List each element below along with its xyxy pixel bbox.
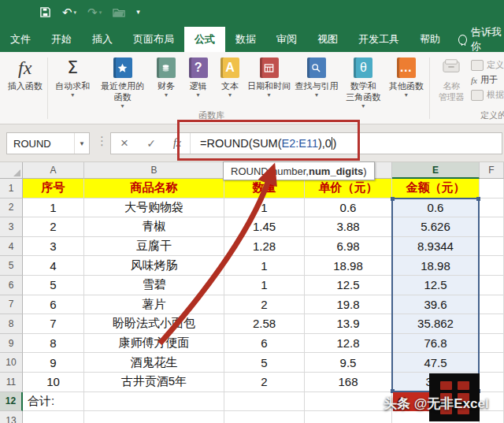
cell[interactable] — [480, 217, 504, 237]
redo-icon[interactable]: ↷▾ — [87, 6, 102, 18]
cell[interactable]: 13.9 — [305, 314, 392, 334]
cell[interactable] — [305, 411, 392, 423]
chevron-down-icon[interactable]: ▼ — [74, 133, 89, 154]
cell[interactable]: 47.5 — [392, 353, 480, 373]
recently-used-button[interactable]: 最近使用的 函数 ▾ — [94, 56, 150, 109]
cell[interactable] — [84, 392, 224, 412]
cell[interactable]: 青椒 — [84, 217, 224, 237]
cell[interactable]: 5 — [224, 353, 305, 373]
row-header-7[interactable]: 7 — [0, 295, 23, 315]
cell[interactable]: 18.98 — [392, 256, 480, 276]
cell[interactable]: 5 — [23, 276, 84, 295]
tab-help[interactable]: 帮助 — [410, 27, 450, 52]
define-name-item[interactable]: 定义 — [471, 59, 504, 71]
save-icon[interactable] — [39, 6, 51, 18]
cell[interactable]: 10 — [23, 373, 84, 392]
cell[interactable]: 2 — [224, 295, 305, 315]
row-header-4[interactable]: 4 — [0, 237, 23, 257]
cell[interactable] — [23, 411, 84, 423]
cell[interactable]: 8.9344 — [392, 237, 480, 257]
cell[interactable]: 1 — [224, 276, 305, 295]
cell[interactable]: 康师傅方便面 — [84, 334, 224, 354]
row-header-5[interactable]: 5 — [0, 256, 23, 276]
more-functions-button[interactable]: … 其他函数 ▾ — [386, 56, 426, 98]
cell[interactable]: 雪碧 — [84, 276, 224, 295]
tab-review[interactable]: 审阅 — [266, 27, 307, 52]
cell[interactable] — [480, 199, 504, 218]
cell[interactable]: 大号购物袋 — [84, 199, 224, 218]
row-header-9[interactable]: 9 — [0, 334, 23, 354]
cell[interactable] — [480, 411, 504, 423]
cell[interactable]: 9.5 — [305, 353, 392, 373]
cell[interactable] — [480, 314, 504, 334]
cell[interactable] — [224, 411, 305, 423]
cell[interactable] — [305, 392, 392, 412]
cell[interactable] — [480, 353, 504, 373]
row-header-3[interactable]: 3 — [0, 217, 23, 237]
cell[interactable]: 3 — [23, 237, 84, 257]
date-time-button[interactable]: 日期和时间 ▾ — [246, 56, 292, 98]
cell[interactable]: 8 — [23, 334, 84, 354]
tab-developer[interactable]: 开发工具 — [348, 27, 410, 52]
cell[interactable]: 1.28 — [224, 237, 305, 257]
lookup-reference-button[interactable]: 查找与引用 ▾ — [292, 56, 340, 98]
cell[interactable]: 1 — [224, 256, 305, 276]
cell[interactable]: 4 — [23, 256, 84, 276]
header-cell[interactable]: 单价（元） — [305, 179, 392, 199]
tab-home[interactable]: 开始 — [41, 27, 82, 52]
cell[interactable]: 盼盼法式小面包 — [84, 314, 224, 334]
cell[interactable]: 古井贡酒5年 — [84, 373, 224, 392]
cell[interactable]: 3.88 — [305, 217, 392, 237]
cell[interactable]: 5.626 — [392, 217, 480, 237]
cell[interactable] — [84, 411, 224, 423]
cell[interactable]: 2 — [224, 373, 305, 392]
cell[interactable]: 76.8 — [392, 334, 480, 354]
cell[interactable] — [480, 179, 504, 199]
cell[interactable]: 1.45 — [224, 217, 305, 237]
cell[interactable]: 9 — [23, 353, 84, 373]
cell[interactable]: 风味烤肠 — [84, 256, 224, 276]
tab-page-layout[interactable]: 页面布局 — [123, 27, 184, 52]
name-manager-button[interactable]: 名称 管理器 — [432, 56, 471, 102]
cell[interactable]: 1 — [23, 199, 84, 218]
cell[interactable] — [224, 392, 305, 412]
enter-button[interactable]: ✓ — [138, 137, 165, 150]
header-cell[interactable]: 商品名称 — [84, 179, 224, 199]
header-cell[interactable]: 金额（元） — [392, 179, 480, 199]
logical-button[interactable]: ? 逻辑 ▾ — [182, 56, 215, 98]
header-cell[interactable]: 序号 — [23, 179, 84, 199]
cell[interactable] — [480, 373, 504, 392]
cell[interactable]: 合计: — [23, 392, 84, 412]
tab-formulas[interactable]: 公式 — [184, 27, 225, 52]
tab-file[interactable]: 文件 — [0, 27, 41, 52]
cell[interactable]: 12.5 — [305, 276, 392, 295]
customize-qat-icon[interactable]: ▾ — [136, 9, 140, 16]
cell[interactable] — [480, 276, 504, 295]
cell[interactable]: 0.6 — [392, 199, 480, 218]
cell[interactable]: 豆腐干 — [84, 237, 224, 257]
math-trig-button[interactable]: θ 数学和 三角函数 ▾ — [341, 56, 386, 109]
cell[interactable]: 12.8 — [305, 334, 392, 354]
cell[interactable]: 6 — [23, 295, 84, 315]
insert-function-button[interactable]: fx 插入函数 — [5, 56, 45, 91]
cell[interactable]: 0.6 — [305, 199, 392, 218]
cell[interactable]: 19.8 — [305, 295, 392, 315]
cell[interactable] — [480, 295, 504, 315]
header-cell[interactable]: 数量 — [224, 179, 305, 199]
cell[interactable] — [480, 334, 504, 354]
cell[interactable]: 1 — [224, 199, 305, 218]
open-folder-icon[interactable] — [113, 7, 125, 17]
row-header-2[interactable]: 2 — [0, 199, 23, 218]
cell[interactable]: 35.862 — [392, 314, 480, 334]
tab-view[interactable]: 视图 — [307, 27, 348, 52]
cancel-button[interactable]: × — [111, 135, 138, 151]
tab-data[interactable]: 数据 — [225, 27, 266, 52]
cell[interactable] — [480, 237, 504, 257]
column-header-A[interactable]: A — [23, 162, 84, 179]
cell[interactable]: 6.98 — [305, 237, 392, 257]
cell[interactable]: 酒鬼花生 — [84, 353, 224, 373]
cell[interactable]: 2 — [23, 217, 84, 237]
select-all-corner[interactable] — [0, 162, 23, 179]
row-header-12[interactable]: 12 — [0, 392, 23, 412]
name-box[interactable]: ROUND ▼ — [6, 132, 90, 154]
